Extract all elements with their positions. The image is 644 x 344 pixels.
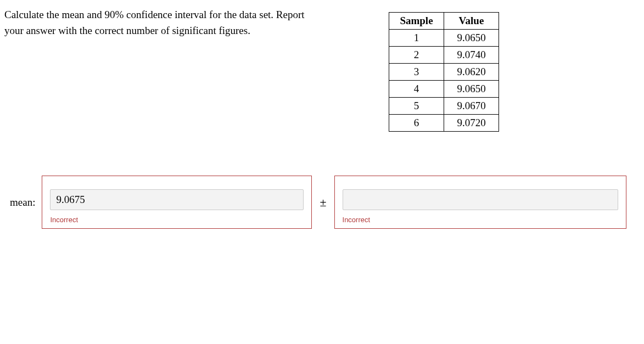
table-row: 4 9.0650 [389,81,499,98]
cell-sample: 1 [389,30,444,47]
header-sample: Sample [389,13,444,30]
table-row: 6 9.0720 [389,115,499,132]
mean-feedback: Incorrect [50,216,304,224]
table-row: 2 9.0740 [389,47,499,64]
cell-sample: 6 [389,115,444,132]
table-row: 5 9.0670 [389,98,499,115]
cell-sample: 4 [389,81,444,98]
table-row: 3 9.0620 [389,64,499,81]
ci-answer-block: Incorrect [334,176,626,229]
cell-value: 9.0720 [444,115,499,132]
ci-feedback: Incorrect [343,216,618,224]
mean-answer-block: Incorrect [42,176,312,229]
cell-sample: 2 [389,47,444,64]
cell-value: 9.0670 [444,98,499,115]
table-row: 1 9.0650 [389,30,499,47]
cell-value: 9.0620 [444,64,499,81]
cell-value: 9.0740 [444,47,499,64]
question-prompt: Calculate the mean and 90% confidence in… [4,7,323,39]
header-value: Value [444,13,499,30]
data-table: Sample Value 1 9.0650 2 9.0740 3 9.0620 [389,12,499,132]
cell-sample: 5 [389,98,444,115]
cell-value: 9.0650 [444,30,499,47]
cell-value: 9.0650 [444,81,499,98]
mean-label: mean: [10,196,36,208]
plus-minus-symbol: ± [317,195,328,210]
ci-input[interactable] [343,189,618,210]
cell-sample: 3 [389,64,444,81]
mean-input[interactable] [50,189,304,210]
